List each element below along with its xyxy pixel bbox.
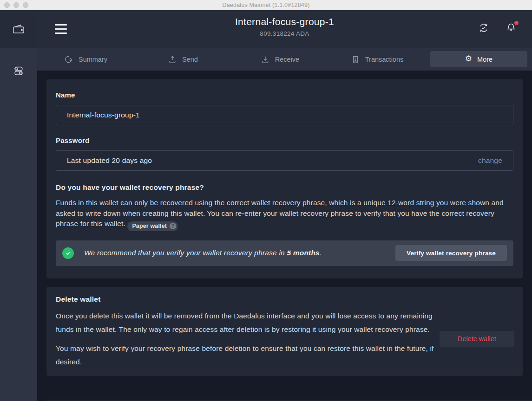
sync-status-icon: [478, 22, 490, 34]
window-controls: [4, 2, 28, 8]
delete-wallet-panel: Delete wallet Once you delete this walle…: [46, 287, 523, 376]
sidebar: [0, 10, 37, 401]
window-zoom-button[interactable]: [23, 2, 28, 8]
notification-dot: [514, 21, 519, 25]
wallet-balance: 809.318224 ADA: [37, 30, 532, 37]
delete-wallet-paragraph-1: Once you delete this wallet it will be r…: [56, 309, 442, 336]
delete-wallet-heading: Delete wallet: [56, 287, 513, 304]
window-titlebar: Daedalus Mainnet (1.1.0#12849): [0, 0, 532, 10]
tab-more[interactable]: ⚙ More: [430, 51, 527, 67]
paper-wallet-badge[interactable]: Paper wallet ?: [127, 221, 178, 231]
change-password-link[interactable]: change: [478, 156, 502, 165]
check-circle-icon: [62, 247, 74, 259]
tab-transactions[interactable]: Transactions: [328, 48, 426, 71]
recommendation-text: We recommend that you verify your wallet…: [84, 249, 395, 257]
wallet-header: Internal-focus-group-1 809.318224 ADA: [37, 10, 532, 48]
name-label: Name: [56, 79, 513, 99]
tab-summary[interactable]: Summary: [37, 48, 134, 71]
wallet-name-input[interactable]: Internal-focus-group-1: [56, 105, 513, 125]
receive-icon: [261, 55, 270, 64]
sidebar-item-wallets[interactable]: [0, 10, 37, 48]
password-field[interactable]: Last updated 20 days ago change: [56, 150, 513, 171]
recovery-recommendation-banner: We recommend that you verify your wallet…: [56, 240, 513, 266]
toggles-icon: [13, 64, 25, 78]
window-minimize-button[interactable]: [13, 2, 19, 8]
password-label: Password: [56, 125, 513, 144]
notifications-button[interactable]: [505, 22, 517, 34]
window-close-button[interactable]: [4, 2, 10, 8]
tab-send[interactable]: Send: [134, 48, 231, 71]
pie-chart-icon: [64, 55, 73, 64]
wallet-settings-page: Name Internal-focus-group-1 Password Las…: [37, 71, 532, 401]
verify-recovery-phrase-button[interactable]: Verify wallet recovery phrase: [395, 245, 507, 261]
gear-icon: ⚙: [465, 55, 472, 63]
question-mark-icon[interactable]: ?: [170, 223, 176, 229]
recovery-phrase-description: Funds in this wallet can only be recover…: [56, 198, 513, 229]
wallet-navigation-tabs: Summary Send Receive Transactions ⚙ More: [37, 48, 532, 71]
recovery-phrase-heading: Do you have your wallet recovery phrase?: [56, 183, 513, 192]
transactions-icon: [351, 55, 360, 64]
wallet-settings-panel: Name Internal-focus-group-1 Password Las…: [46, 79, 523, 278]
tab-receive[interactable]: Receive: [231, 48, 328, 71]
wallet-icon: [12, 22, 26, 36]
delete-wallet-paragraph-2: You may wish to verify your recovery phr…: [56, 342, 442, 369]
sidebar-item-settings[interactable]: [0, 56, 37, 85]
send-icon: [168, 55, 177, 64]
wallet-name-title: Internal-focus-group-1: [37, 16, 532, 27]
window-title: Daedalus Mainnet (1.1.0#12849): [222, 2, 309, 8]
delete-wallet-button[interactable]: Delete wallet: [440, 331, 514, 347]
